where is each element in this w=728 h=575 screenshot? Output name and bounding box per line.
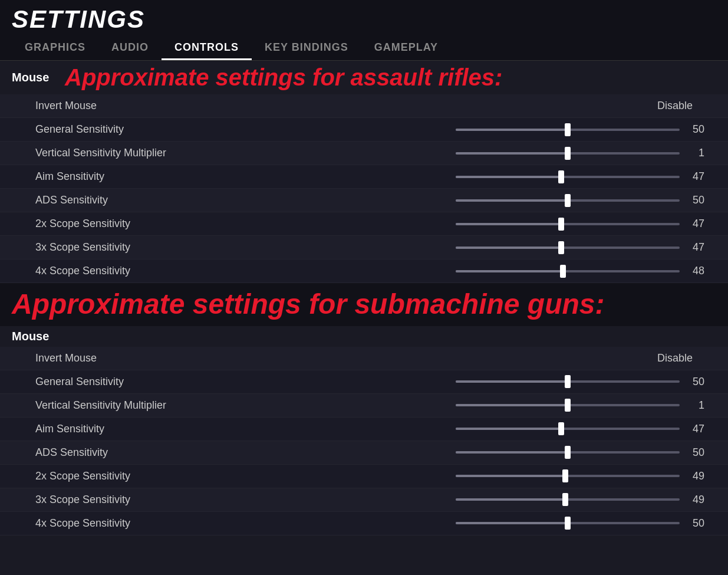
slider-thumb[interactable] (558, 170, 564, 183)
slider-container: 47 (259, 170, 704, 183)
slider-value: 1 (687, 399, 704, 412)
slider-container: 49 (259, 494, 704, 506)
smg-header: Mouse (0, 326, 728, 347)
invert-mouse-value-1: Disable (259, 100, 704, 112)
slider-track[interactable] (456, 522, 680, 524)
slider-track[interactable] (456, 475, 680, 477)
setting-name: 4x Scope Sensitivity (35, 265, 259, 277)
slider-thumb[interactable] (565, 446, 571, 459)
smg-banner-row: Approximate settings for submachine guns… (0, 283, 728, 326)
slider-fill (456, 428, 561, 430)
tab-keybindings[interactable]: KEY BINDINGS (252, 37, 361, 60)
slider-container: 47 (259, 218, 704, 230)
setting-2x-scope-1: 2x Scope Sensitivity 47 (0, 212, 728, 236)
slider-value: 50 (687, 376, 704, 388)
slider-value: 50 (687, 517, 704, 530)
slider-value: 49 (687, 494, 704, 506)
slider-track[interactable] (456, 404, 680, 406)
slider-value: 49 (687, 470, 704, 482)
slider-track[interactable] (456, 176, 680, 178)
slider-thumb[interactable] (558, 241, 564, 254)
setting-name: 2x Scope Sensitivity (35, 218, 259, 230)
slider-container: 50 (259, 376, 704, 388)
slider-track[interactable] (456, 247, 680, 249)
slider-value: 50 (687, 123, 704, 136)
setting-name: 4x Scope Sensitivity (35, 517, 259, 530)
mouse-label-1: Mouse (12, 71, 53, 84)
slider-fill (456, 451, 568, 454)
slider-fill (456, 522, 568, 524)
setting-invert-mouse-2: Invert Mouse Disable (0, 347, 728, 370)
setting-name: Aim Sensitivity (35, 170, 259, 183)
slider-thumb[interactable] (562, 493, 568, 506)
assault-rifle-section: Mouse Approximate settings for assault r… (0, 61, 728, 283)
setting-4x-scope-1: 4x Scope Sensitivity 48 (0, 259, 728, 283)
nav-tabs: GRAPHICS AUDIO CONTROLS KEY BINDINGS GAM… (12, 37, 716, 60)
slider-value: 47 (687, 218, 704, 230)
mouse-label-2: Mouse (12, 330, 53, 343)
slider-thumb[interactable] (565, 517, 571, 530)
slider-track[interactable] (456, 498, 680, 501)
slider-thumb[interactable] (562, 469, 568, 482)
slider-container: 50 (259, 194, 704, 206)
slider-fill (456, 199, 568, 202)
slider-track[interactable] (456, 451, 680, 454)
setting-3x-scope-1: 3x Scope Sensitivity 47 (0, 236, 728, 259)
setting-name: Vertical Sensitivity Multiplier (35, 147, 259, 159)
setting-invert-mouse-1: Invert Mouse Disable (0, 94, 728, 118)
smg-section: Mouse Invert Mouse Disable General Sensi… (0, 326, 728, 535)
slider-value: 50 (687, 446, 704, 459)
slider-track[interactable] (456, 380, 680, 383)
slider-container: 50 (259, 446, 704, 459)
content: Mouse Approximate settings for assault r… (0, 61, 728, 535)
slider-track[interactable] (456, 270, 680, 272)
setting-general-sensitivity-2: General Sensitivity 50 (0, 370, 728, 394)
slider-track[interactable] (456, 428, 680, 430)
setting-2x-scope-2: 2x Scope Sensitivity 49 (0, 465, 728, 488)
slider-track[interactable] (456, 152, 680, 155)
slider-container: 50 (259, 123, 704, 136)
page-title: SETTINGS (12, 7, 716, 32)
setting-name: Invert Mouse (35, 100, 259, 112)
slider-thumb[interactable] (565, 147, 571, 160)
setting-name: ADS Sensitivity (35, 194, 259, 206)
slider-fill (456, 247, 561, 249)
tab-controls[interactable]: CONTROLS (162, 37, 252, 60)
slider-track[interactable] (456, 223, 680, 225)
setting-name: Aim Sensitivity (35, 423, 259, 435)
slider-container: 47 (259, 423, 704, 435)
slider-container: 1 (259, 147, 704, 159)
header: SETTINGS GRAPHICS AUDIO CONTROLS KEY BIN… (0, 0, 728, 61)
slider-thumb[interactable] (565, 375, 571, 388)
setting-general-sensitivity-1: General Sensitivity 50 (0, 118, 728, 142)
setting-name: Invert Mouse (35, 352, 259, 364)
slider-thumb[interactable] (565, 399, 571, 412)
setting-control: Disable (259, 100, 704, 112)
slider-fill (456, 129, 568, 131)
setting-control: Disable (259, 352, 704, 364)
setting-name: 2x Scope Sensitivity (35, 470, 259, 482)
slider-value: 47 (687, 423, 704, 435)
tab-gameplay[interactable]: GAMEPLAY (361, 37, 451, 60)
tab-graphics[interactable]: GRAPHICS (12, 37, 98, 60)
slider-container: 1 (259, 399, 704, 412)
slider-thumb[interactable] (560, 265, 566, 278)
slider-thumb[interactable] (558, 218, 564, 231)
slider-thumb[interactable] (558, 422, 564, 435)
slider-track[interactable] (456, 129, 680, 131)
slider-fill (456, 176, 561, 178)
tab-audio[interactable]: AUDIO (98, 37, 162, 60)
setting-vert-sensitivity-1: Vertical Sensitivity Multiplier 1 (0, 142, 728, 165)
slider-fill (456, 498, 565, 501)
setting-name: General Sensitivity (35, 123, 259, 136)
assault-rifle-banner: Approximate settings for assault rifles: (65, 64, 502, 91)
setting-ads-sensitivity-2: ADS Sensitivity 50 (0, 441, 728, 465)
setting-vert-sensitivity-2: Vertical Sensitivity Multiplier 1 (0, 394, 728, 418)
slider-track[interactable] (456, 199, 680, 202)
slider-value: 47 (687, 241, 704, 254)
slider-fill (456, 152, 568, 155)
slider-thumb[interactable] (565, 194, 571, 207)
slider-thumb[interactable] (565, 123, 571, 136)
slider-container: 49 (259, 470, 704, 482)
setting-name: 3x Scope Sensitivity (35, 494, 259, 506)
